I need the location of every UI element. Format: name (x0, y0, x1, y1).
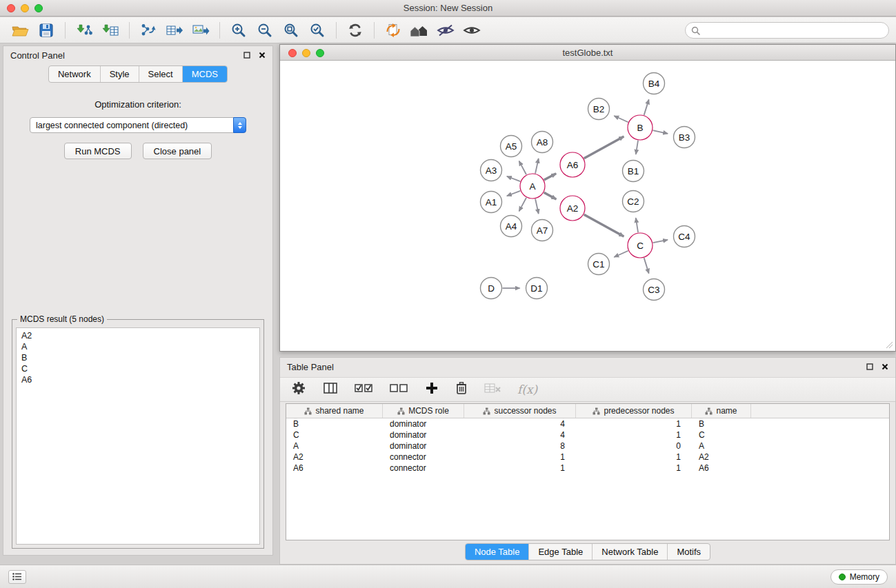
search-input[interactable] (704, 26, 883, 36)
graph-node-C[interactable]: C (628, 233, 653, 258)
graph-node-A5[interactable]: A5 (501, 136, 522, 157)
graph-node-C1[interactable]: C1 (588, 254, 610, 275)
tab-network-table[interactable]: Network Table (593, 544, 668, 560)
table-cell[interactable]: 1 (576, 452, 692, 462)
refresh-icon[interactable] (342, 20, 368, 41)
tab-motifs[interactable]: Motifs (668, 544, 710, 560)
table-cell[interactable]: 0 (576, 441, 692, 451)
graph-node-C4[interactable]: C4 (674, 226, 695, 247)
result-item[interactable]: A (21, 341, 255, 352)
show-graphics-details-icon[interactable] (459, 20, 485, 41)
graph-edge-C-C2[interactable] (636, 218, 638, 232)
graph-node-A3[interactable]: A3 (481, 160, 502, 181)
tab-select[interactable]: Select (139, 66, 183, 82)
graph-node-A6[interactable]: A6 (560, 152, 585, 177)
table-cell[interactable]: dominator (383, 419, 464, 429)
mcds-result-list[interactable]: A2ABCA6 (16, 327, 260, 545)
float-panel-icon[interactable] (243, 52, 250, 59)
table-cell[interactable]: connector (383, 452, 464, 462)
insert-column-icon[interactable] (323, 381, 338, 398)
table-cell[interactable]: A2 (286, 452, 383, 462)
zoom-out-icon[interactable] (252, 20, 278, 41)
graph-node-B2[interactable]: B2 (588, 99, 610, 120)
export-table-icon[interactable] (161, 20, 188, 41)
graph-node-D[interactable]: D (481, 278, 502, 299)
table-cell[interactable]: 4 (464, 419, 576, 429)
network-window-titlebar[interactable]: testGlobe.txt (280, 45, 895, 61)
optimization-criterion-select[interactable]: largest connected component (directed) (30, 117, 246, 133)
zoom-fit-icon[interactable] (278, 20, 304, 41)
graph-node-C3[interactable]: C3 (644, 279, 665, 301)
network-overview-icon[interactable] (406, 20, 432, 41)
column-header-MCDS-role[interactable]: MCDS role (383, 404, 464, 418)
close-network-window-button[interactable] (288, 49, 297, 57)
table-row[interactable]: Bdominator41B (286, 418, 889, 429)
search-box[interactable] (685, 22, 889, 39)
float-table-panel-icon[interactable] (866, 363, 873, 370)
column-header-shared-name[interactable]: shared name (286, 404, 383, 418)
table-cell[interactable]: C (692, 430, 751, 440)
graph-edge-B-B2[interactable] (614, 116, 628, 122)
graph-edge-A2-C[interactable] (584, 214, 624, 236)
tab-node-table[interactable]: Node Table (466, 544, 530, 560)
close-window-button[interactable] (7, 4, 15, 12)
graph-node-B[interactable]: B (628, 115, 653, 140)
hide-graphics-details-icon[interactable] (432, 20, 459, 41)
graph-node-A[interactable]: A (520, 174, 545, 199)
graph-node-A2[interactable]: A2 (560, 196, 585, 221)
table-row[interactable]: A2connector11A2 (286, 452, 889, 463)
graph-edge-A-A7[interactable] (535, 199, 539, 214)
tab-style[interactable]: Style (101, 66, 139, 82)
resize-handle[interactable] (885, 341, 893, 349)
graph-edge-C-C1[interactable] (614, 251, 628, 257)
graph-edge-A-A2[interactable] (544, 192, 557, 199)
memory-button[interactable]: Memory (830, 569, 888, 585)
zoom-window-button[interactable] (34, 4, 43, 12)
result-item[interactable]: A2 (21, 330, 255, 341)
result-item[interactable]: B (21, 352, 255, 363)
column-header-successor-nodes[interactable]: successor nodes (464, 404, 576, 418)
table-cell[interactable]: C (286, 430, 383, 440)
tab-mcds[interactable]: MCDS (183, 66, 227, 82)
table-cell[interactable]: A (692, 441, 751, 451)
import-table-icon[interactable] (97, 20, 123, 41)
table-settings-icon[interactable] (291, 381, 306, 398)
table-cell[interactable]: B (692, 419, 751, 429)
column-header-predecessor-nodes[interactable]: predecessor nodes (576, 404, 692, 418)
close-panel-icon[interactable] (259, 52, 266, 59)
graph-node-A4[interactable]: A4 (501, 216, 522, 237)
table-cell[interactable]: connector (383, 463, 464, 473)
run-mcds-button[interactable]: Run MCDS (64, 143, 132, 159)
tab-edge-table[interactable]: Edge Table (529, 544, 593, 560)
import-network-icon[interactable] (71, 20, 97, 41)
graph-node-B1[interactable]: B1 (623, 161, 644, 182)
close-panel-button[interactable]: Close panel (143, 143, 212, 159)
column-header-name[interactable]: name (692, 404, 751, 418)
result-item[interactable]: C (21, 363, 255, 374)
table-cell[interactable]: A (286, 441, 383, 451)
table-cell[interactable]: 1 (576, 419, 692, 429)
graph-edge-B-B1[interactable] (636, 141, 638, 154)
table-cell[interactable]: A6 (692, 463, 751, 473)
zoom-network-window-button[interactable] (316, 49, 324, 57)
table-cell[interactable]: B (286, 419, 383, 429)
table-row[interactable]: Adominator80A (286, 440, 889, 452)
delete-rows-icon[interactable] (455, 381, 468, 398)
table-cell[interactable]: A2 (692, 452, 751, 462)
table-cell[interactable]: 8 (464, 441, 576, 451)
graph-node-A8[interactable]: A8 (532, 132, 553, 153)
table-cell[interactable]: 4 (464, 430, 576, 440)
table-row[interactable]: A6connector11A6 (286, 463, 889, 474)
graph-edge-A-A5[interactable] (519, 161, 526, 175)
table-cell[interactable]: 1 (464, 452, 576, 462)
graph-edge-A6-B[interactable] (584, 136, 624, 159)
minimize-window-button[interactable] (21, 4, 29, 12)
close-table-panel-icon[interactable] (882, 363, 888, 370)
select-all-rows-icon[interactable] (355, 382, 373, 397)
export-network-icon[interactable] (135, 20, 161, 41)
save-session-icon[interactable] (33, 20, 59, 41)
graph-edge-A-A3[interactable] (507, 176, 520, 181)
result-item[interactable]: A6 (21, 374, 255, 385)
task-history-icon[interactable] (8, 570, 26, 584)
graph-edge-A-A4[interactable] (519, 198, 526, 212)
